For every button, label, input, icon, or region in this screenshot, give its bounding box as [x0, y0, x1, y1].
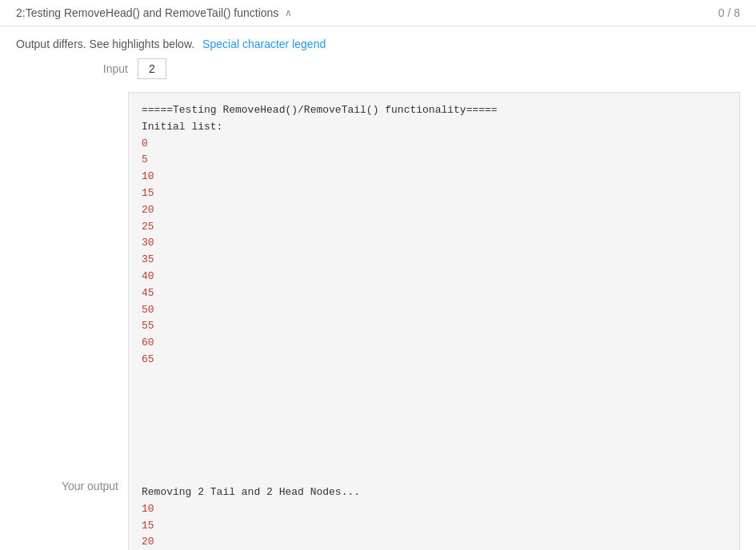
output-line: Initial list:	[142, 119, 726, 136]
input-row: Input 2	[16, 58, 740, 79]
output-line: 0	[142, 136, 726, 153]
test-title: 2:Testing RemoveHead() and RemoveTail() …	[16, 6, 292, 19]
output-line: 65	[142, 352, 726, 369]
your-output-box: Removing 2 Tail and 2 Head Nodes...10152…	[128, 475, 740, 550]
your-output-line: 20	[142, 534, 726, 550]
input-label: Input	[64, 62, 128, 75]
your-output-combined-row: Your outputRemoving 2 Tail and 2 Head No…	[16, 475, 740, 550]
output-line: 10	[142, 169, 726, 185]
output-line: 45	[142, 285, 726, 302]
output-line: 50	[142, 302, 726, 319]
output-line: 60	[142, 335, 726, 352]
page-container: 2:Testing RemoveHead() and RemoveTail() …	[0, 0, 756, 550]
test-title-text: 2:Testing RemoveHead() and RemoveTail() …	[16, 6, 278, 19]
score-badge: 0 / 8	[718, 6, 740, 19]
output-box: =====Testing RemoveHead()/RemoveTail() f…	[128, 92, 740, 476]
output-line: 40	[142, 269, 726, 285]
your-output-line: 15	[142, 518, 726, 535]
output-line: 15	[142, 185, 726, 202]
output-line: 30	[142, 235, 726, 252]
output-line: 55	[142, 318, 726, 335]
output-line: 20	[142, 202, 726, 219]
output-info-row: Output differs. See highlights below. Sp…	[0, 26, 756, 58]
input-value-box: 2	[138, 58, 166, 79]
your-output-label: Your output	[16, 475, 128, 492]
output-differs-text: Output differs. See highlights below.	[16, 38, 194, 50]
output-line: 5	[142, 152, 726, 169]
chevron-up-icon: ∧	[285, 7, 292, 18]
output-line: 35	[142, 252, 726, 269]
your-output-line: Removing 2 Tail and 2 Head Nodes...	[142, 484, 726, 501]
special-char-legend-link[interactable]: Special character legend	[202, 38, 326, 50]
content-area: Input 2 =====Testing RemoveHead()/Remove…	[0, 58, 756, 550]
your-output-line: 10	[142, 501, 726, 518]
header-bar: 2:Testing RemoveHead() and RemoveTail() …	[0, 0, 756, 26]
output-line: 25	[142, 219, 726, 236]
output-line: =====Testing RemoveHead()/RemoveTail() f…	[142, 102, 726, 119]
